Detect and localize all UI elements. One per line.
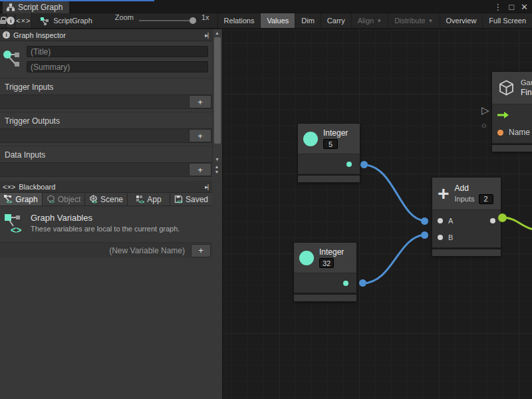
overview-button[interactable]: Overview <box>440 13 483 28</box>
close-icon[interactable]: ✕ <box>521 2 528 12</box>
zoom-slider[interactable] <box>139 13 196 28</box>
info-icon: i <box>3 31 10 39</box>
scroll-down-icon[interactable]: ▼ <box>213 156 221 163</box>
dim-button[interactable]: Dim <box>295 13 321 28</box>
scroll-down-icon[interactable]: ▼ <box>213 170 221 175</box>
zoom-label: Zoom <box>102 13 139 28</box>
blackboard-tabs: <> Graph <> Object <> Scene <> App <box>0 193 212 206</box>
lock-button[interactable] <box>0 13 7 28</box>
inspect-button[interactable]: i <box>7 13 15 28</box>
tab-graph-variables[interactable]: <> Graph <box>0 193 43 205</box>
integer-output-port[interactable] <box>346 162 352 167</box>
window-menu-icon[interactable]: ⋮ <box>493 2 502 12</box>
wire-integer5-to-add-a <box>364 165 424 221</box>
values-button[interactable]: Values <box>260 13 295 28</box>
svg-text:<>: <> <box>177 200 182 203</box>
dock-icon[interactable]: ▸| <box>205 32 209 39</box>
node-title: Integer <box>323 128 348 138</box>
name-input-port[interactable] <box>497 130 503 136</box>
input-port-a[interactable] <box>438 218 443 223</box>
tab-app-variables[interactable]: <> App <box>128 193 170 205</box>
node-body <box>298 154 360 174</box>
trigger-input-port[interactable] <box>497 111 509 119</box>
graph-variables-texts: Graph Variables These variables are loca… <box>31 213 207 233</box>
input-port-b[interactable] <box>438 235 443 240</box>
wire-endpoint-blue[interactable] <box>421 231 428 239</box>
tab-saved-variables[interactable]: <> Saved <box>170 193 212 205</box>
wire-endpoint-blue[interactable] <box>421 217 428 225</box>
trigger-inputs-label: Trigger Inputs <box>0 78 212 94</box>
svg-text:<>: <> <box>11 225 21 235</box>
graph-variables-info: <> Graph Variables These variables are l… <box>0 206 212 242</box>
code-view-button[interactable]: <×> <box>15 13 32 28</box>
graph-variables-title: Graph Variables <box>31 213 207 223</box>
node-header: Integer 32 <box>294 243 356 273</box>
port-a-label: A <box>448 217 453 225</box>
svg-text:<>: <> <box>7 200 12 204</box>
graph-title-block <box>0 41 212 78</box>
hollow-circle-port-icon[interactable]: ○ <box>481 120 487 130</box>
scrollbar-thumb[interactable] <box>214 37 221 144</box>
wire-integer32-to-add-b <box>363 235 424 283</box>
graph-variables-large-icon: <> <box>4 213 24 235</box>
node-title: Add <box>455 184 493 193</box>
integer-value-field[interactable]: 32 <box>319 258 334 268</box>
integer-output-port[interactable] <box>343 281 348 286</box>
code-icon: <×> <box>16 17 31 25</box>
node-integer-5[interactable]: Integer 5 <box>298 124 360 182</box>
tab-script-graph[interactable]: Script Graph <box>3 1 69 13</box>
wire-endpoint-blue[interactable] <box>359 279 366 287</box>
inspector-scrollbar[interactable]: ▲ ▼ <box>212 29 221 163</box>
blackboard-scroll-arrows[interactable]: ▲ ▼ <box>213 164 221 175</box>
wire-endpoint-green[interactable] <box>498 213 507 222</box>
info-icon: i <box>7 17 15 25</box>
zoom-slider-handle[interactable] <box>190 17 196 24</box>
breadcrumb-label: ScriptGraph <box>53 17 92 25</box>
script-graph-icon <box>40 17 49 25</box>
sum-output-port[interactable] <box>490 218 495 223</box>
wire-endpoint-blue[interactable] <box>360 161 368 168</box>
relations-button[interactable]: Relations <box>217 13 261 28</box>
tab-object-variables: <> Object <box>43 193 85 205</box>
node-footer <box>492 145 532 152</box>
game-object-icon <box>497 79 515 97</box>
maximize-icon[interactable]: □ <box>509 2 514 12</box>
breadcrumb[interactable]: ScriptGraph <box>32 13 102 28</box>
add-data-input-button[interactable]: + <box>189 163 211 176</box>
node-body: Name <box>492 104 532 143</box>
node-add[interactable]: + Add Inputs 2 A <box>432 178 501 256</box>
add-trigger-input-button[interactable]: + <box>189 95 211 108</box>
scroll-up-icon[interactable]: ▲ <box>213 29 221 37</box>
node-header: Gam Fin <box>492 72 532 104</box>
tab-bar: Script Graph ⋮ □ ✕ <box>0 0 532 13</box>
integer-value-field[interactable]: 5 <box>323 139 338 149</box>
graph-title-input[interactable] <box>27 46 208 57</box>
svg-text:<>: <> <box>49 200 55 203</box>
scroll-up-icon[interactable]: ▲ <box>213 164 221 170</box>
name-port-row: Name <box>492 124 532 141</box>
add-trigger-output-button[interactable]: + <box>189 129 211 142</box>
blackboard-title: Blackboard <box>19 183 201 191</box>
graph-canvas[interactable]: Integer 5 Integer 32 <box>223 29 532 399</box>
integer-type-icon <box>303 132 318 146</box>
carry-button[interactable]: Carry <box>321 13 351 28</box>
new-variable-row: + <box>0 242 212 258</box>
hollow-triangle-port-icon[interactable]: ▷ <box>481 104 489 116</box>
add-variable-button[interactable]: + <box>191 244 211 257</box>
blackboard-icon: <×> <box>3 183 15 191</box>
node-integer-32[interactable]: Integer 32 <box>294 243 356 301</box>
node-header-texts: Integer 32 <box>319 247 344 268</box>
tab-scene-variables[interactable]: <> Scene <box>85 193 128 205</box>
graph-summary-input[interactable] <box>27 61 208 72</box>
zoom-slider-track <box>139 20 196 21</box>
graph-variables-icon: <> <box>4 195 13 203</box>
dock-icon[interactable]: ▸| <box>205 184 209 190</box>
node-find[interactable]: Gam Fin Name <box>492 72 532 152</box>
inputs-count-field[interactable]: 2 <box>479 194 493 204</box>
fullscreen-button[interactable]: Full Screen <box>482 13 532 28</box>
trigger-outputs-list: + <box>0 128 212 143</box>
port-b-label: B <box>448 233 453 241</box>
title-fields <box>27 46 208 72</box>
new-variable-input[interactable] <box>3 244 189 257</box>
sidebar: i Graph Inspector ▸| Trigger Inputs + Tr… <box>0 29 223 399</box>
